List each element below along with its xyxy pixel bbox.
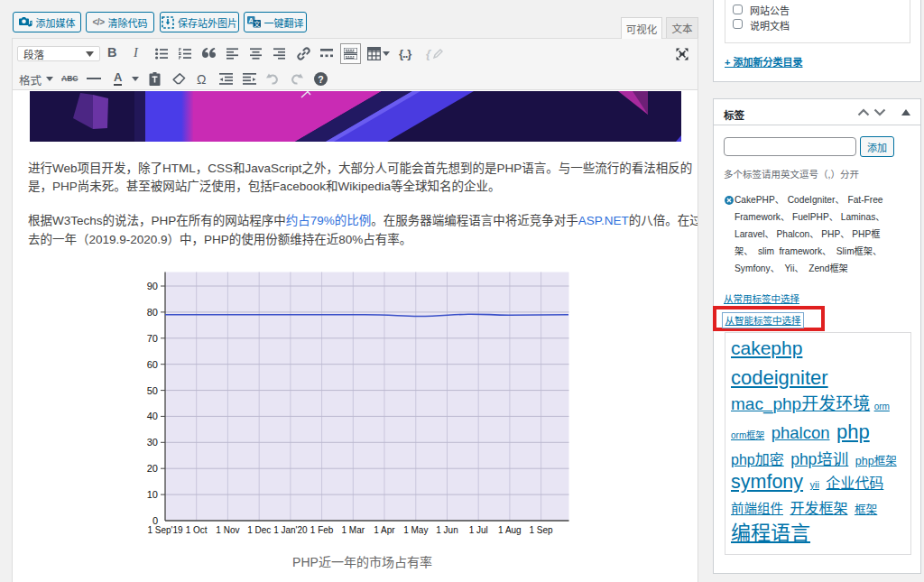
svg-text:1 May: 1 May bbox=[403, 525, 428, 535]
svg-text:1 Jul: 1 Jul bbox=[469, 525, 488, 535]
svg-text:1 Dec: 1 Dec bbox=[247, 525, 271, 535]
svg-text:70: 70 bbox=[147, 333, 158, 344]
svg-text:60: 60 bbox=[147, 359, 158, 370]
svg-text:80: 80 bbox=[147, 307, 158, 318]
svg-text:10: 10 bbox=[147, 489, 158, 500]
svg-text:50: 50 bbox=[147, 385, 158, 396]
svg-text:40: 40 bbox=[147, 411, 158, 421]
svg-text:1 Jun: 1 Jun bbox=[436, 525, 457, 535]
svg-text:30: 30 bbox=[147, 437, 158, 448]
svg-text:1 Sep'19: 1 Sep'19 bbox=[147, 525, 183, 535]
svg-text:1 Jan'20: 1 Jan'20 bbox=[273, 525, 308, 535]
svg-text:1 Sep: 1 Sep bbox=[530, 525, 554, 535]
svg-text:1 Nov: 1 Nov bbox=[216, 525, 239, 535]
svg-text:1 Oct: 1 Oct bbox=[186, 525, 208, 535]
svg-text:1 Feb: 1 Feb bbox=[310, 525, 334, 535]
svg-text:1 Apr: 1 Apr bbox=[374, 525, 395, 535]
svg-text:90: 90 bbox=[147, 281, 158, 291]
svg-text:1 Aug: 1 Aug bbox=[498, 525, 522, 535]
svg-text:20: 20 bbox=[147, 463, 158, 474]
svg-text:文: 文 bbox=[254, 20, 260, 28]
svg-text:1 Mar: 1 Mar bbox=[342, 525, 365, 535]
